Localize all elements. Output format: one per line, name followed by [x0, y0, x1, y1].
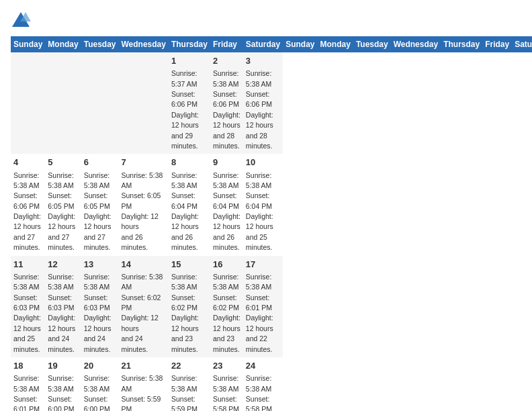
day-info: Sunrise: 5:38 AM Sunset: 6:04 PM Dayligh…: [246, 171, 273, 252]
day-number: 13: [84, 259, 116, 271]
day-number: 23: [213, 360, 240, 372]
day-number: 11: [13, 259, 42, 271]
header-sunday: Sunday: [11, 36, 45, 52]
day-info: Sunrise: 5:38 AM Sunset: 6:01 PM Dayligh…: [246, 273, 273, 353]
day-number: 17: [246, 259, 280, 271]
calendar-cell: 9Sunrise: 5:38 AM Sunset: 6:04 PM Daylig…: [210, 154, 243, 255]
logo-icon: [11, 11, 31, 31]
calendar-cell: 12Sunrise: 5:38 AM Sunset: 6:03 PM Dayli…: [45, 256, 81, 357]
day-number: 19: [48, 360, 78, 372]
calendar-cell: 18Sunrise: 5:38 AM Sunset: 6:01 PM Dayli…: [11, 357, 45, 411]
weekday-header-tuesday: Tuesday: [353, 36, 391, 52]
day-info: Sunrise: 5:38 AM Sunset: 6:05 PM Dayligh…: [48, 171, 75, 252]
calendar-cell: [11, 52, 45, 154]
day-info: Sunrise: 5:38 AM Sunset: 5:58 PM Dayligh…: [213, 374, 240, 411]
header-monday: Monday: [45, 36, 81, 52]
day-number: 12: [48, 259, 78, 271]
day-info: Sunrise: 5:38 AM Sunset: 5:59 PM Dayligh…: [171, 374, 199, 411]
week-row-1: 1Sunrise: 5:37 AM Sunset: 6:06 PM Daylig…: [11, 52, 532, 154]
weekday-header-sunday: Sunday: [283, 36, 317, 52]
day-number: 8: [171, 156, 208, 169]
calendar-cell: 1Sunrise: 5:37 AM Sunset: 6:06 PM Daylig…: [169, 52, 210, 154]
calendar-cell: [45, 52, 81, 154]
day-info: Sunrise: 5:37 AM Sunset: 6:06 PM Dayligh…: [171, 69, 199, 150]
day-number: 9: [213, 156, 240, 169]
calendar-cell: [118, 52, 168, 154]
logo: [11, 11, 34, 31]
day-info: Sunrise: 5:38 AM Sunset: 6:04 PM Dayligh…: [171, 171, 199, 252]
calendar-cell: 17Sunrise: 5:38 AM Sunset: 6:01 PM Dayli…: [243, 256, 283, 357]
day-number: 5: [48, 156, 78, 169]
day-number: 16: [213, 259, 240, 271]
day-number: 7: [121, 156, 165, 169]
day-info: Sunrise: 5:38 AM Sunset: 5:58 PM Dayligh…: [246, 374, 273, 411]
calendar-cell: 20Sunrise: 5:38 AM Sunset: 6:00 PM Dayli…: [81, 357, 119, 411]
calendar-cell: 6Sunrise: 5:38 AM Sunset: 6:05 PM Daylig…: [81, 154, 119, 255]
calendar-cell: 2Sunrise: 5:38 AM Sunset: 6:06 PM Daylig…: [210, 52, 243, 154]
weekday-header-wednesday: Wednesday: [391, 36, 441, 52]
day-number: 22: [171, 360, 208, 372]
calendar-cell: 11Sunrise: 5:38 AM Sunset: 6:03 PM Dayli…: [11, 256, 45, 357]
calendar-cell: 10Sunrise: 5:38 AM Sunset: 6:04 PM Dayli…: [243, 154, 283, 255]
day-number: 1: [171, 55, 208, 67]
weekday-header-thursday: Thursday: [441, 36, 482, 52]
calendar-cell: 14Sunrise: 5:38 AM Sunset: 6:02 PM Dayli…: [118, 256, 168, 357]
day-info: Sunrise: 5:38 AM Sunset: 6:05 PM Dayligh…: [121, 171, 163, 252]
day-number: 3: [246, 55, 280, 67]
day-number: 6: [84, 156, 116, 169]
week-row-2: 4Sunrise: 5:38 AM Sunset: 6:06 PM Daylig…: [11, 154, 532, 255]
day-number: 15: [171, 259, 208, 271]
day-info: Sunrise: 5:38 AM Sunset: 6:03 PM Dayligh…: [13, 273, 41, 353]
weekday-header-saturday: Saturday: [512, 36, 532, 52]
calendar-cell: 16Sunrise: 5:38 AM Sunset: 6:02 PM Dayli…: [210, 256, 243, 357]
day-info: Sunrise: 5:38 AM Sunset: 6:04 PM Dayligh…: [213, 171, 240, 252]
calendar-cell: 19Sunrise: 5:38 AM Sunset: 6:00 PM Dayli…: [45, 357, 81, 411]
header-friday: Friday: [210, 36, 243, 52]
day-info: Sunrise: 5:38 AM Sunset: 6:02 PM Dayligh…: [121, 273, 163, 353]
day-info: Sunrise: 5:38 AM Sunset: 6:00 PM Dayligh…: [48, 374, 75, 411]
calendar-cell: 5Sunrise: 5:38 AM Sunset: 6:05 PM Daylig…: [45, 154, 81, 255]
day-info: Sunrise: 5:38 AM Sunset: 6:06 PM Dayligh…: [246, 69, 273, 150]
calendar-cell: 4Sunrise: 5:38 AM Sunset: 6:06 PM Daylig…: [11, 154, 45, 255]
calendar-header-row: SundayMondayTuesdayWednesdayThursdayFrid…: [11, 36, 532, 52]
day-number: 24: [246, 360, 280, 372]
day-info: Sunrise: 5:38 AM Sunset: 6:06 PM Dayligh…: [213, 69, 240, 150]
calendar-cell: 3Sunrise: 5:38 AM Sunset: 6:06 PM Daylig…: [243, 52, 283, 154]
day-number: 21: [121, 360, 165, 372]
day-info: Sunrise: 5:38 AM Sunset: 6:02 PM Dayligh…: [171, 273, 199, 353]
header-tuesday: Tuesday: [81, 36, 119, 52]
day-info: Sunrise: 5:38 AM Sunset: 6:03 PM Dayligh…: [48, 273, 75, 353]
calendar-cell: 15Sunrise: 5:38 AM Sunset: 6:02 PM Dayli…: [169, 256, 210, 357]
day-info: Sunrise: 5:38 AM Sunset: 6:05 PM Dayligh…: [84, 171, 112, 252]
day-number: 10: [246, 156, 280, 169]
header-thursday: Thursday: [169, 36, 210, 52]
day-info: Sunrise: 5:38 AM Sunset: 6:03 PM Dayligh…: [84, 273, 112, 353]
day-number: 14: [121, 259, 165, 271]
day-info: Sunrise: 5:38 AM Sunset: 6:02 PM Dayligh…: [213, 273, 240, 353]
calendar-cell: 21Sunrise: 5:38 AM Sunset: 5:59 PM Dayli…: [118, 357, 168, 411]
weekday-header-friday: Friday: [482, 36, 512, 52]
page-header: [11, 11, 521, 31]
header-wednesday: Wednesday: [118, 36, 168, 52]
calendar-cell: 23Sunrise: 5:38 AM Sunset: 5:58 PM Dayli…: [210, 357, 243, 411]
day-info: Sunrise: 5:38 AM Sunset: 5:59 PM Dayligh…: [121, 374, 163, 411]
calendar-cell: [81, 52, 119, 154]
calendar-cell: 8Sunrise: 5:38 AM Sunset: 6:04 PM Daylig…: [169, 154, 210, 255]
week-row-3: 11Sunrise: 5:38 AM Sunset: 6:03 PM Dayli…: [11, 256, 532, 357]
calendar-table: SundayMondayTuesdayWednesdayThursdayFrid…: [11, 36, 532, 411]
day-number: 18: [13, 360, 42, 372]
weekday-header-monday: Monday: [318, 36, 353, 52]
day-info: Sunrise: 5:38 AM Sunset: 6:06 PM Dayligh…: [13, 171, 41, 252]
day-number: 2: [213, 55, 240, 67]
week-row-4: 18Sunrise: 5:38 AM Sunset: 6:01 PM Dayli…: [11, 357, 532, 411]
day-info: Sunrise: 5:38 AM Sunset: 6:00 PM Dayligh…: [84, 374, 112, 411]
day-number: 4: [13, 156, 42, 169]
header-saturday: Saturday: [243, 36, 283, 52]
calendar-cell: 22Sunrise: 5:38 AM Sunset: 5:59 PM Dayli…: [169, 357, 210, 411]
day-info: Sunrise: 5:38 AM Sunset: 6:01 PM Dayligh…: [13, 374, 41, 411]
day-number: 20: [84, 360, 116, 372]
calendar-cell: 13Sunrise: 5:38 AM Sunset: 6:03 PM Dayli…: [81, 256, 119, 357]
calendar-cell: 7Sunrise: 5:38 AM Sunset: 6:05 PM Daylig…: [118, 154, 168, 255]
calendar-cell: 24Sunrise: 5:38 AM Sunset: 5:58 PM Dayli…: [243, 357, 283, 411]
